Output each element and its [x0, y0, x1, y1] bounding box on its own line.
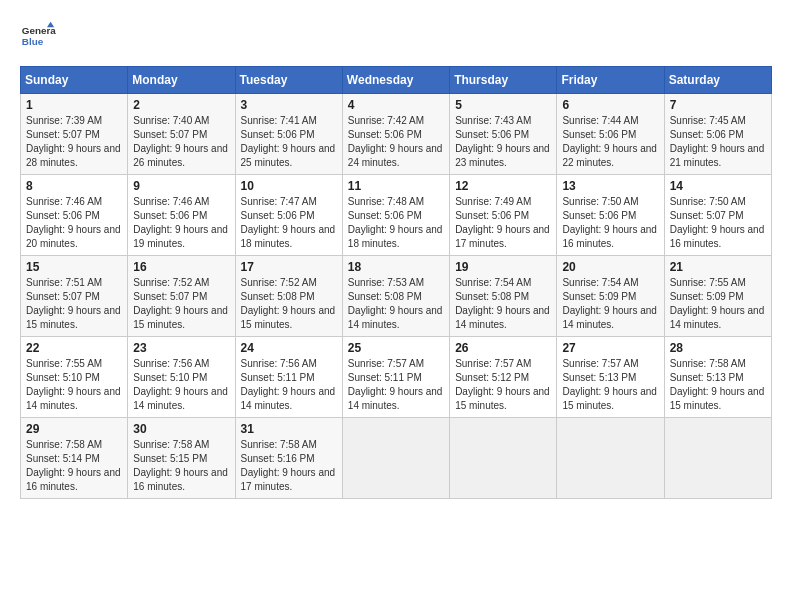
day-number: 4: [348, 98, 444, 112]
day-number: 26: [455, 341, 551, 355]
week-row-4: 22 Sunrise: 7:55 AMSunset: 5:10 PMDaylig…: [21, 337, 772, 418]
calendar-cell: 16 Sunrise: 7:52 AMSunset: 5:07 PMDaylig…: [128, 256, 235, 337]
day-number: 9: [133, 179, 229, 193]
calendar-cell: 18 Sunrise: 7:53 AMSunset: 5:08 PMDaylig…: [342, 256, 449, 337]
calendar-header-row: SundayMondayTuesdayWednesdayThursdayFrid…: [21, 67, 772, 94]
day-info: Sunrise: 7:40 AMSunset: 5:07 PMDaylight:…: [133, 115, 228, 168]
day-info: Sunrise: 7:43 AMSunset: 5:06 PMDaylight:…: [455, 115, 550, 168]
day-info: Sunrise: 7:55 AMSunset: 5:10 PMDaylight:…: [26, 358, 121, 411]
calendar-cell: 17 Sunrise: 7:52 AMSunset: 5:08 PMDaylig…: [235, 256, 342, 337]
day-number: 17: [241, 260, 337, 274]
calendar-cell: 2 Sunrise: 7:40 AMSunset: 5:07 PMDayligh…: [128, 94, 235, 175]
calendar-cell: [664, 418, 771, 499]
calendar-cell: 23 Sunrise: 7:56 AMSunset: 5:10 PMDaylig…: [128, 337, 235, 418]
calendar-cell: 15 Sunrise: 7:51 AMSunset: 5:07 PMDaylig…: [21, 256, 128, 337]
day-info: Sunrise: 7:57 AMSunset: 5:11 PMDaylight:…: [348, 358, 443, 411]
day-number: 27: [562, 341, 658, 355]
day-info: Sunrise: 7:45 AMSunset: 5:06 PMDaylight:…: [670, 115, 765, 168]
day-number: 28: [670, 341, 766, 355]
day-number: 19: [455, 260, 551, 274]
calendar-cell: 24 Sunrise: 7:56 AMSunset: 5:11 PMDaylig…: [235, 337, 342, 418]
day-info: Sunrise: 7:57 AMSunset: 5:12 PMDaylight:…: [455, 358, 550, 411]
day-info: Sunrise: 7:46 AMSunset: 5:06 PMDaylight:…: [133, 196, 228, 249]
day-number: 6: [562, 98, 658, 112]
calendar-cell: 20 Sunrise: 7:54 AMSunset: 5:09 PMDaylig…: [557, 256, 664, 337]
day-info: Sunrise: 7:52 AMSunset: 5:07 PMDaylight:…: [133, 277, 228, 330]
calendar-cell: 21 Sunrise: 7:55 AMSunset: 5:09 PMDaylig…: [664, 256, 771, 337]
calendar-cell: 28 Sunrise: 7:58 AMSunset: 5:13 PMDaylig…: [664, 337, 771, 418]
logo-icon: General Blue: [20, 20, 56, 56]
calendar-cell: [557, 418, 664, 499]
day-number: 25: [348, 341, 444, 355]
day-info: Sunrise: 7:49 AMSunset: 5:06 PMDaylight:…: [455, 196, 550, 249]
day-number: 3: [241, 98, 337, 112]
day-info: Sunrise: 7:41 AMSunset: 5:06 PMDaylight:…: [241, 115, 336, 168]
header-thursday: Thursday: [450, 67, 557, 94]
svg-text:Blue: Blue: [22, 36, 44, 47]
calendar-cell: 19 Sunrise: 7:54 AMSunset: 5:08 PMDaylig…: [450, 256, 557, 337]
day-info: Sunrise: 7:58 AMSunset: 5:13 PMDaylight:…: [670, 358, 765, 411]
calendar-cell: 1 Sunrise: 7:39 AMSunset: 5:07 PMDayligh…: [21, 94, 128, 175]
day-number: 7: [670, 98, 766, 112]
calendar-cell: [450, 418, 557, 499]
day-info: Sunrise: 7:58 AMSunset: 5:15 PMDaylight:…: [133, 439, 228, 492]
page-header: General Blue: [20, 20, 772, 56]
svg-marker-2: [47, 22, 54, 27]
calendar-cell: 12 Sunrise: 7:49 AMSunset: 5:06 PMDaylig…: [450, 175, 557, 256]
day-number: 23: [133, 341, 229, 355]
day-info: Sunrise: 7:50 AMSunset: 5:06 PMDaylight:…: [562, 196, 657, 249]
day-info: Sunrise: 7:58 AMSunset: 5:14 PMDaylight:…: [26, 439, 121, 492]
week-row-2: 8 Sunrise: 7:46 AMSunset: 5:06 PMDayligh…: [21, 175, 772, 256]
calendar-cell: 4 Sunrise: 7:42 AMSunset: 5:06 PMDayligh…: [342, 94, 449, 175]
day-info: Sunrise: 7:44 AMSunset: 5:06 PMDaylight:…: [562, 115, 657, 168]
week-row-3: 15 Sunrise: 7:51 AMSunset: 5:07 PMDaylig…: [21, 256, 772, 337]
calendar-cell: 25 Sunrise: 7:57 AMSunset: 5:11 PMDaylig…: [342, 337, 449, 418]
day-number: 1: [26, 98, 122, 112]
calendar-cell: 10 Sunrise: 7:47 AMSunset: 5:06 PMDaylig…: [235, 175, 342, 256]
calendar-table: SundayMondayTuesdayWednesdayThursdayFrid…: [20, 66, 772, 499]
calendar-cell: 27 Sunrise: 7:57 AMSunset: 5:13 PMDaylig…: [557, 337, 664, 418]
day-info: Sunrise: 7:51 AMSunset: 5:07 PMDaylight:…: [26, 277, 121, 330]
calendar-cell: 3 Sunrise: 7:41 AMSunset: 5:06 PMDayligh…: [235, 94, 342, 175]
day-info: Sunrise: 7:52 AMSunset: 5:08 PMDaylight:…: [241, 277, 336, 330]
day-number: 12: [455, 179, 551, 193]
day-number: 14: [670, 179, 766, 193]
week-row-5: 29 Sunrise: 7:58 AMSunset: 5:14 PMDaylig…: [21, 418, 772, 499]
header-monday: Monday: [128, 67, 235, 94]
calendar-cell: 31 Sunrise: 7:58 AMSunset: 5:16 PMDaylig…: [235, 418, 342, 499]
calendar-cell: 30 Sunrise: 7:58 AMSunset: 5:15 PMDaylig…: [128, 418, 235, 499]
day-info: Sunrise: 7:58 AMSunset: 5:16 PMDaylight:…: [241, 439, 336, 492]
day-number: 16: [133, 260, 229, 274]
day-number: 13: [562, 179, 658, 193]
day-info: Sunrise: 7:54 AMSunset: 5:08 PMDaylight:…: [455, 277, 550, 330]
header-friday: Friday: [557, 67, 664, 94]
day-info: Sunrise: 7:56 AMSunset: 5:11 PMDaylight:…: [241, 358, 336, 411]
calendar-cell: 26 Sunrise: 7:57 AMSunset: 5:12 PMDaylig…: [450, 337, 557, 418]
calendar-cell: 22 Sunrise: 7:55 AMSunset: 5:10 PMDaylig…: [21, 337, 128, 418]
day-number: 5: [455, 98, 551, 112]
week-row-1: 1 Sunrise: 7:39 AMSunset: 5:07 PMDayligh…: [21, 94, 772, 175]
day-info: Sunrise: 7:39 AMSunset: 5:07 PMDaylight:…: [26, 115, 121, 168]
calendar-cell: 14 Sunrise: 7:50 AMSunset: 5:07 PMDaylig…: [664, 175, 771, 256]
calendar-cell: 13 Sunrise: 7:50 AMSunset: 5:06 PMDaylig…: [557, 175, 664, 256]
day-info: Sunrise: 7:46 AMSunset: 5:06 PMDaylight:…: [26, 196, 121, 249]
day-number: 24: [241, 341, 337, 355]
day-number: 22: [26, 341, 122, 355]
day-info: Sunrise: 7:53 AMSunset: 5:08 PMDaylight:…: [348, 277, 443, 330]
day-info: Sunrise: 7:42 AMSunset: 5:06 PMDaylight:…: [348, 115, 443, 168]
day-number: 18: [348, 260, 444, 274]
day-info: Sunrise: 7:47 AMSunset: 5:06 PMDaylight:…: [241, 196, 336, 249]
calendar-cell: 29 Sunrise: 7:58 AMSunset: 5:14 PMDaylig…: [21, 418, 128, 499]
day-number: 21: [670, 260, 766, 274]
day-info: Sunrise: 7:50 AMSunset: 5:07 PMDaylight:…: [670, 196, 765, 249]
day-number: 30: [133, 422, 229, 436]
calendar-cell: 8 Sunrise: 7:46 AMSunset: 5:06 PMDayligh…: [21, 175, 128, 256]
calendar-cell: 11 Sunrise: 7:48 AMSunset: 5:06 PMDaylig…: [342, 175, 449, 256]
day-number: 2: [133, 98, 229, 112]
calendar-cell: [342, 418, 449, 499]
day-number: 15: [26, 260, 122, 274]
day-info: Sunrise: 7:57 AMSunset: 5:13 PMDaylight:…: [562, 358, 657, 411]
day-info: Sunrise: 7:48 AMSunset: 5:06 PMDaylight:…: [348, 196, 443, 249]
calendar-cell: 6 Sunrise: 7:44 AMSunset: 5:06 PMDayligh…: [557, 94, 664, 175]
day-info: Sunrise: 7:54 AMSunset: 5:09 PMDaylight:…: [562, 277, 657, 330]
